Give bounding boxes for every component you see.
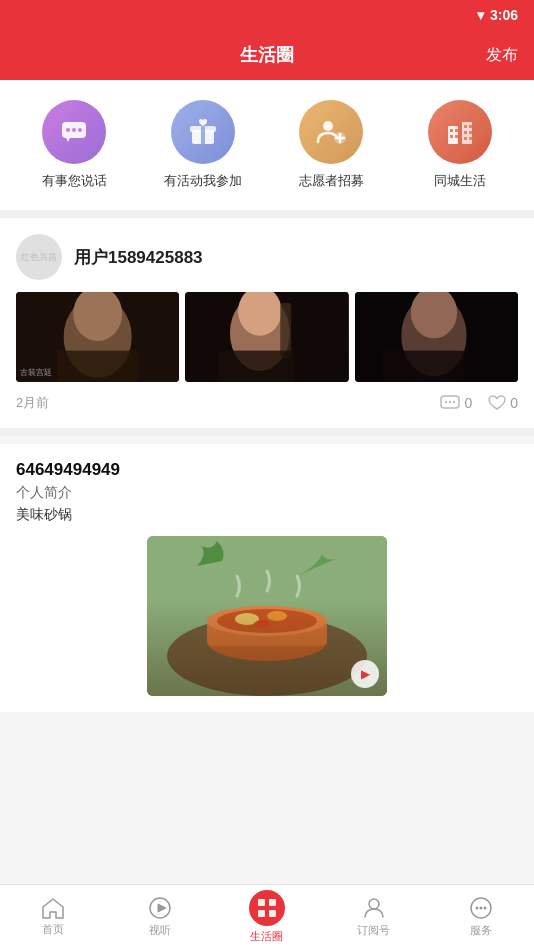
circle-dots-icon	[469, 896, 493, 920]
action-volunteer-label: 志愿者招募	[299, 172, 364, 190]
svg-rect-22	[464, 137, 467, 140]
svg-rect-56	[258, 910, 265, 917]
video-icon	[148, 896, 172, 920]
nav-subscribe-label: 订阅号	[357, 923, 390, 938]
service-icon	[469, 896, 493, 920]
svg-point-2	[72, 128, 76, 132]
post-subtitle-2: 个人简介	[16, 484, 518, 502]
post-image-2[interactable]	[185, 292, 348, 382]
svg-rect-23	[469, 137, 472, 140]
nav-home[interactable]: 首页	[0, 897, 107, 937]
action-talk-label: 有事您说话	[42, 172, 107, 190]
post-footer-1: 2月前 0	[16, 394, 518, 412]
svg-point-3	[78, 128, 82, 132]
signal-icon: ▾	[477, 7, 484, 23]
svg-rect-17	[455, 135, 458, 138]
comment-icon	[440, 395, 460, 411]
svg-rect-57	[269, 910, 276, 917]
post-images-1: 古装宫廷	[16, 292, 518, 382]
page-title: 生活圈	[240, 43, 294, 67]
gift-icon	[187, 116, 219, 148]
svg-point-42	[453, 401, 455, 403]
svg-point-58	[369, 899, 379, 909]
svg-point-60	[475, 907, 478, 910]
user-avatar-1[interactable]: 红色兴昌	[16, 234, 62, 280]
heart-outline-icon	[488, 395, 506, 411]
svg-point-40	[445, 401, 447, 403]
nav-circle-label: 生活圈	[250, 929, 283, 944]
city-icon-bg	[428, 100, 492, 164]
action-city-label: 同城生活	[434, 172, 486, 190]
svg-rect-20	[464, 131, 467, 134]
publish-button[interactable]: 发布	[486, 45, 518, 66]
image-content-3	[355, 292, 518, 382]
event-icon-bg	[171, 100, 235, 164]
image-content-2	[185, 292, 348, 382]
post-time-1: 2月前	[16, 394, 49, 412]
nav-service[interactable]: 服务	[427, 896, 534, 938]
like-action[interactable]: 0	[488, 395, 518, 411]
nav-video[interactable]: 视听	[107, 896, 214, 938]
post-desc-2: 美味砂锅	[16, 506, 518, 524]
home-icon	[41, 897, 65, 919]
svg-rect-38	[355, 292, 518, 382]
svg-rect-33	[219, 351, 294, 382]
post-actions-1: 0 0	[440, 395, 518, 411]
post-image-1[interactable]: 古装宫廷	[16, 292, 179, 382]
svg-marker-53	[158, 904, 166, 912]
action-city[interactable]: 同城生活	[405, 100, 515, 190]
image-overlay	[147, 600, 387, 696]
building-icon	[444, 116, 476, 148]
app-header: 生活圈 发布	[0, 30, 534, 80]
play-circle-icon	[148, 896, 172, 920]
bottom-navigation: 首页 视听 生活圈 订阅号	[0, 884, 534, 949]
avatar-text-1: 红色兴昌	[19, 250, 59, 265]
nav-video-label: 视听	[149, 923, 171, 938]
house-icon	[41, 897, 65, 919]
comment-count-1: 0	[464, 395, 472, 411]
status-bar: ▾ 3:06	[0, 0, 534, 30]
action-talk[interactable]: 有事您说话	[19, 100, 129, 190]
svg-rect-32	[281, 303, 292, 357]
time-display: 3:06	[490, 7, 518, 23]
comment-action[interactable]: 0	[440, 395, 472, 411]
comment-bubble-icon	[440, 395, 460, 411]
grid-icon	[256, 897, 278, 919]
quick-actions-section: 有事您说话 有活动我参加	[0, 80, 534, 210]
svg-rect-19	[469, 125, 472, 128]
post-image-3[interactable]	[355, 292, 518, 382]
post-card-2: 64649494949 个人简介 美味砂锅	[0, 444, 534, 712]
svg-rect-21	[469, 131, 472, 134]
svg-point-1	[66, 128, 70, 132]
svg-rect-16	[450, 135, 453, 138]
svg-rect-54	[258, 899, 265, 906]
post-image-large[interactable]: ▶	[147, 536, 387, 696]
action-event-label: 有活动我参加	[164, 172, 242, 190]
action-volunteer[interactable]: 志愿者招募	[276, 100, 386, 190]
svg-rect-55	[269, 899, 276, 906]
person-add-icon	[315, 116, 347, 148]
nav-home-label: 首页	[42, 922, 64, 937]
nav-subscribe[interactable]: 订阅号	[320, 896, 427, 938]
svg-marker-4	[66, 138, 70, 142]
circle-active-icon	[249, 890, 285, 926]
svg-rect-14	[450, 129, 453, 132]
talk-icon-bg	[42, 100, 106, 164]
svg-point-41	[449, 401, 451, 403]
image-watermark-1: 古装宫廷	[20, 367, 52, 378]
heart-icon	[488, 395, 506, 411]
svg-point-61	[479, 907, 482, 910]
chat-icon	[58, 116, 90, 148]
section-divider-2	[0, 428, 534, 436]
nav-circle[interactable]: 生活圈	[214, 890, 321, 944]
person-icon	[362, 896, 386, 920]
user-name-1[interactable]: 用户1589425883	[74, 246, 203, 269]
post-user-info: 红色兴昌 用户1589425883	[16, 234, 518, 280]
subscribe-icon	[362, 896, 386, 920]
svg-rect-15	[455, 129, 458, 132]
nav-service-label: 服务	[470, 923, 492, 938]
like-count-1: 0	[510, 395, 518, 411]
play-button[interactable]: ▶	[351, 660, 379, 688]
post-title-2: 64649494949	[16, 460, 518, 480]
action-event[interactable]: 有活动我参加	[148, 100, 258, 190]
